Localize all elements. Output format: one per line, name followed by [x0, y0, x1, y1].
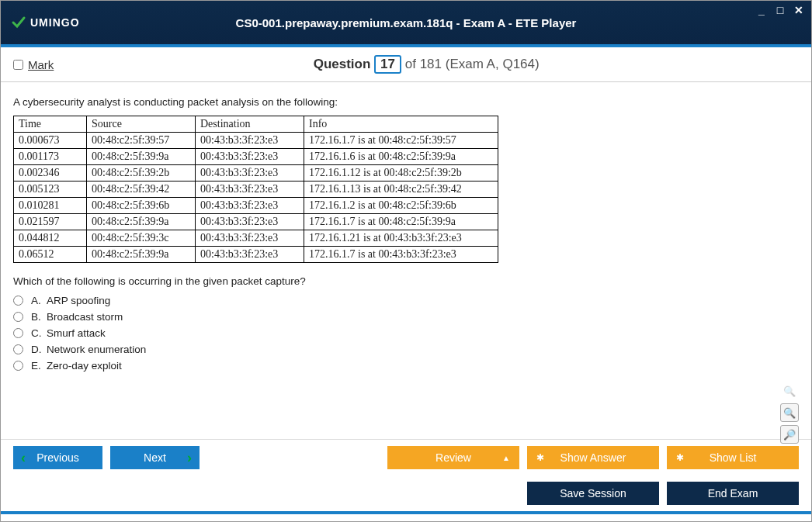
app-logo: UMINGO — [10, 14, 80, 31]
table-header: Destination — [196, 116, 304, 133]
chevron-right-icon: › — [187, 450, 192, 466]
chevron-left-icon: ‹ — [21, 450, 26, 466]
answer-option[interactable]: D. Network enumeration — [13, 344, 799, 355]
show-list-button[interactable]: ✱Show List — [667, 446, 799, 469]
option-letter: D. — [31, 344, 47, 355]
option-text: Network enumeration — [47, 344, 146, 355]
question-counter: Question 17 of 181 (Exam A, Q164) — [54, 55, 799, 74]
option-text: Smurf attack — [47, 327, 106, 339]
mark-checkbox[interactable] — [13, 60, 23, 70]
option-letter: C. — [31, 327, 47, 339]
session-button-row: Save Session End Exam — [1, 475, 811, 514]
review-button[interactable]: Review▲ — [387, 446, 519, 469]
question-content: A cybersecurity analyst is conducting pa… — [1, 82, 811, 439]
minimize-button[interactable]: _ — [755, 4, 768, 16]
option-letter: A. — [31, 295, 47, 306]
save-session-button[interactable]: Save Session — [527, 482, 659, 505]
table-row: 0.0651200:48:c2:5f:39:9a00:43:b3:3f:23:e… — [14, 247, 498, 263]
zoom-tools: 🔍 🔍 🔎 — [780, 382, 799, 444]
table-header: Info — [304, 116, 498, 133]
maximize-button[interactable]: □ — [774, 4, 786, 16]
table-row: 0.00234600:48:c2:5f:39:2b00:43:b3:3f:23:… — [14, 165, 498, 181]
star-icon: ✱ — [536, 452, 544, 463]
zoom-in-button[interactable]: 🔍 — [780, 403, 799, 422]
window-title: CS0-001.prepaway.premium.exam.181q - Exa… — [236, 16, 577, 29]
nav-button-row: ‹Previous Next› Review▲ ✱Show Answer ✱Sh… — [1, 439, 811, 475]
table-row: 0.00512300:48:c2:5f:39:4200:43:b3:3f:23:… — [14, 181, 498, 198]
question-word: Question — [314, 57, 371, 71]
answer-option[interactable]: C. Smurf attack — [13, 327, 799, 339]
table-row: 0.02159700:48:c2:5f:39:9a00:43:b3:3f:23:… — [14, 214, 498, 230]
search-icon[interactable]: 🔍 — [780, 382, 799, 400]
answer-radio[interactable] — [13, 344, 23, 354]
table-row: 0.01028100:48:c2:5f:39:6b00:43:b3:3f:23:… — [14, 198, 498, 214]
packet-table: TimeSourceDestinationInfo 0.00067300:48:… — [13, 116, 498, 263]
answer-radio[interactable] — [13, 361, 23, 371]
table-header: Time — [14, 116, 87, 133]
question-stem: A cybersecurity analyst is conducting pa… — [13, 96, 799, 108]
answer-radio[interactable] — [13, 296, 23, 306]
answer-radio[interactable] — [13, 312, 23, 322]
triangle-up-icon: ▲ — [502, 454, 510, 462]
table-row: 0.00067300:48:c2:5f:39:5700:43:b3:3f:23:… — [14, 133, 498, 149]
question-of: of 181 (Exam A, Q164) — [405, 57, 540, 71]
table-row: 0.04481200:48:c2:5f:39:3c00:43:b3:3f:23:… — [14, 230, 498, 247]
mark-label: Mark — [28, 58, 54, 71]
table-row: 0.00117300:48:c2:5f:39:9a00:43:b3:3f:23:… — [14, 149, 498, 165]
answer-option[interactable]: E. Zero-day exploit — [13, 360, 799, 372]
close-button[interactable]: ✕ — [793, 4, 805, 16]
title-bar: UMINGO CS0-001.prepaway.premium.exam.181… — [1, 1, 811, 44]
end-exam-button[interactable]: End Exam — [667, 482, 799, 505]
question-followup: Which of the following is occurring in t… — [13, 275, 799, 287]
answer-options: A. ARP spoofingB. Broadcast stormC. Smur… — [13, 295, 799, 372]
window-controls: _ □ ✕ — [755, 4, 805, 16]
star-icon: ✱ — [676, 452, 684, 463]
next-button[interactable]: Next› — [110, 446, 200, 469]
previous-button[interactable]: ‹Previous — [13, 446, 102, 469]
question-header: Mark Question 17 of 181 (Exam A, Q164) — [1, 47, 811, 82]
question-current[interactable]: 17 — [374, 55, 401, 74]
option-letter: B. — [31, 311, 47, 323]
option-text: Zero-day exploit — [47, 360, 122, 372]
option-text: ARP spoofing — [47, 295, 110, 306]
answer-option[interactable]: B. Broadcast storm — [13, 311, 799, 323]
option-letter: E. — [31, 360, 47, 372]
zoom-out-button[interactable]: 🔎 — [780, 425, 799, 444]
answer-option[interactable]: A. ARP spoofing — [13, 295, 799, 306]
answer-radio[interactable] — [13, 328, 23, 338]
show-answer-button[interactable]: ✱Show Answer — [527, 446, 659, 469]
option-text: Broadcast storm — [47, 311, 123, 323]
logo-text: UMINGO — [30, 16, 80, 29]
table-header: Source — [87, 116, 196, 133]
mark-toggle[interactable]: Mark — [13, 58, 54, 71]
